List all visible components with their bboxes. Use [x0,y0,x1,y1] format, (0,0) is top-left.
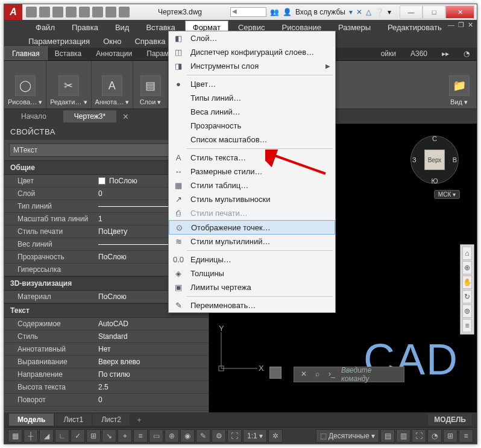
property-row[interactable]: СтильStandard [4,330,209,343]
status-annoscale-icon[interactable]: ✲ [268,429,283,443]
ribbon-icon[interactable]: 📁 [449,75,470,96]
property-row[interactable]: СодержимоеAutoCAD [4,318,209,330]
nav-tool-icon[interactable]: ⊕ [462,261,472,274]
menu-item[interactable]: Типы линий… [169,91,335,105]
doc-restore-icon[interactable]: ❐ [458,21,464,29]
menu-item[interactable]: AСтиль текста… [169,151,335,165]
ribbon-panel-2[interactable]: AАннота… ▾ [92,61,133,109]
property-row[interactable]: Высота текста2.5 [4,381,209,394]
nav-tool-icon[interactable]: ≡ [462,319,472,332]
minimize-button[interactable]: — [400,5,423,19]
doc-tab-1[interactable]: Чертеж3* [63,110,116,122]
ribbon-panel-0[interactable]: ◯Рисова… ▾ [4,61,46,109]
ribbon-icon[interactable]: ✂ [58,75,79,96]
cloud-icon[interactable]: △ [366,8,371,16]
wcs-badge[interactable]: МСК ▾ [434,190,460,199]
quick-access-toolbar[interactable] [26,7,130,17]
viewcube-east[interactable]: В [453,156,457,163]
menu-item[interactable]: Список масштабов… [169,133,335,147]
menu-item[interactable]: ↗Стиль мультивыноски [169,192,335,206]
menu-item[interactable]: ●Цвет… [169,77,335,91]
menu-item[interactable]: ◧Слой… [169,31,335,45]
status-toggle[interactable]: ⌖ [118,429,132,443]
viewcube-south[interactable]: Ю [431,177,438,185]
ribbon-panel-1[interactable]: ✂Редакти… ▾ [46,61,91,109]
status-button[interactable]: ⛶ [412,429,426,443]
add-layout-button[interactable]: ＋ [131,413,148,427]
app-logo[interactable]: A [4,4,22,20]
nav-tool-icon[interactable]: ↻ [462,290,472,303]
exchange-icon[interactable]: ✕ [356,8,362,16]
login-link[interactable]: Вход в службы [295,8,345,16]
property-row[interactable]: Поворот0 [4,394,209,406]
menu-item[interactable]: 0.0Единицы… [169,253,335,267]
status-toggle[interactable]: ∟ [55,429,69,443]
menu-item[interactable]: ⎙Стили печати… [169,206,335,220]
menu-item[interactable]: Веса линий… [169,105,335,119]
ribbon-tab-right-3[interactable]: ◔ [456,47,477,60]
status-isoview-icon[interactable]: ⛶ [227,429,242,443]
ribbon-tab-1[interactable]: Вставка [48,47,89,60]
status-toggle[interactable]: ▭ [149,429,163,443]
status-button[interactable]: ▥ [396,429,410,443]
viewcube-west[interactable]: З [412,156,417,163]
property-row[interactable] [4,406,209,411]
property-row[interactable]: НаправлениеПо стилю [4,368,209,381]
status-button[interactable]: ≡ [459,429,473,443]
layout-tab-2[interactable]: Лист2 [93,414,130,426]
menu-item[interactable]: ✎Переименовать… [169,298,335,312]
property-row[interactable]: АннотативныйНет [4,343,209,356]
menu-item[interactable]: ⊙Отображение точек… [169,220,335,235]
cmd-close-icon[interactable]: ✕ [299,370,308,379]
menu-размеры[interactable]: Размеры [331,21,378,34]
ribbon-icon[interactable]: ▤ [140,75,161,96]
status-toggle[interactable]: ◢ [39,429,54,443]
property-value[interactable]: Вверх влево [95,356,209,368]
menu-item[interactable]: ◈Толщины [169,267,335,280]
property-row[interactable]: ВыравниваниеВверх влево [4,356,209,368]
doc-tab-0[interactable]: Начало [10,110,57,122]
status-toggle[interactable]: ◉ [180,429,195,443]
doc-tab-close-icon[interactable]: ✕ [122,112,129,121]
cmd-search-icon[interactable]: ⌕ [313,370,322,379]
menu-item[interactable]: ▦Стили таблиц… [169,178,335,192]
menu-item[interactable]: ↔Размерные стили… [169,165,335,178]
property-value[interactable]: Standard [95,330,209,342]
status-toggle[interactable]: ⊞ [86,429,101,443]
ribbon-icon[interactable]: A [102,75,122,96]
user-icon[interactable]: 👤 [283,8,292,16]
navigation-bar[interactable]: ⌂⊕✋↻⊚≡ [460,244,474,335]
menu-файл[interactable]: Файл [28,21,62,34]
property-value[interactable] [95,406,209,410]
property-value[interactable]: Нет [95,343,209,355]
status-settings-icon[interactable]: ⚙ [212,429,226,443]
menu-правка[interactable]: Правка [64,21,105,34]
viewcube-face[interactable]: Верх [424,150,445,170]
ribbon-panel-3[interactable]: ▤Слои ▾ [133,61,168,109]
menu-редактировать[interactable]: Редактировать [380,21,449,34]
ribbon-tab-0[interactable]: Главная [4,46,48,60]
doc-close-icon[interactable]: ✕ [468,21,473,29]
menu-параметризация[interactable]: Параметризация [28,37,90,46]
status-toggle[interactable]: ≡ [133,429,148,443]
ribbon-tab-right-1[interactable]: A360 [403,47,435,60]
status-toggle[interactable]: ┼ [24,429,38,443]
ribbon-tab-2[interactable]: Аннотации [89,47,139,60]
modelspace-badge[interactable]: МОДЕЛЬ [428,414,472,426]
viewport-control[interactable] [269,367,281,379]
status-toggle[interactable]: ✓ [71,429,85,443]
people-icon[interactable]: 👥 [270,8,279,16]
ribbon-icon[interactable]: ◯ [15,75,36,96]
property-value[interactable]: AutoCAD [95,318,209,330]
menu-item[interactable]: ▣Лимиты чертежа [169,280,335,294]
property-value[interactable]: 0 [95,394,209,406]
close-button[interactable]: ✕ [445,5,474,19]
command-line[interactable]: ✕ ⌕ ›_ Введите команду [294,367,404,382]
doc-minimize-icon[interactable]: — [448,21,454,29]
status-button[interactable]: ▤ [380,429,395,443]
viewcube[interactable]: С Ю В З Верх [410,136,459,184]
menu-item[interactable]: ◫Диспетчер конфигураций слоев… [169,45,335,59]
status-toggle[interactable]: ▦ [8,429,22,443]
menu-item[interactable]: Прозрачность [169,119,335,133]
ribbon-tab-right-2[interactable]: ▸▸ [435,47,456,60]
